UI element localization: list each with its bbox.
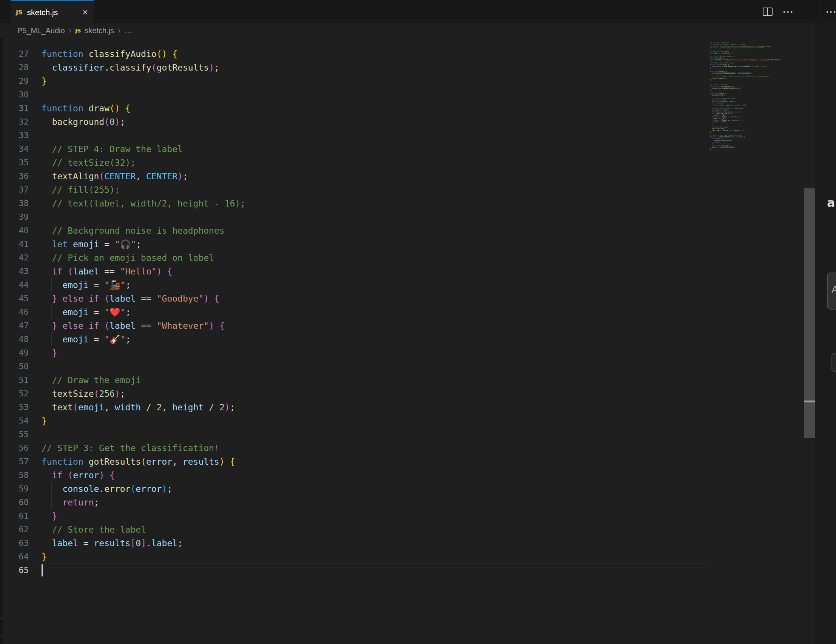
line-number: 41 (0, 238, 29, 251)
code-line[interactable]: 30 (0, 88, 816, 101)
code-text: } (42, 550, 47, 564)
line-number: 29 (0, 74, 29, 88)
code-line[interactable]: 54} (0, 414, 816, 428)
indent-guide (41, 251, 41, 265)
code-line[interactable]: 56// STEP 3: Get the classification! (0, 441, 816, 455)
code-text: if (error) { (42, 468, 115, 482)
line-number: 37 (0, 183, 29, 197)
split-editor-icon[interactable] (763, 8, 772, 16)
indent-guide (41, 129, 41, 142)
code-text: if (label == "Hello") { (42, 265, 172, 278)
code-line[interactable]: 59 console.error(error); (0, 482, 816, 496)
line-number: 51 (0, 373, 29, 387)
code-text: function gotResults(error, results) { (42, 455, 235, 468)
partial-key-card-2[interactable] (831, 353, 836, 372)
code-line[interactable]: 63 label = results[0].label; (0, 536, 816, 550)
code-line[interactable]: 62 // Store the label (0, 523, 816, 536)
code-line[interactable]: 55 (0, 428, 816, 441)
line-number: 43 (0, 265, 29, 278)
javascript-file-icon: JS (75, 28, 81, 34)
code-line[interactable]: 34 // STEP 4: Draw the label (0, 142, 816, 156)
line-number: 30 (0, 88, 29, 101)
minimap[interactable]: // Teachable Machine// The Coding Train … (710, 42, 804, 155)
code-text: console.error(error); (42, 482, 172, 496)
code-line[interactable]: 35 // textSize(32); (0, 156, 816, 170)
code-text: // text(label, width/2, height - 16); (42, 197, 245, 210)
current-line-highlight (36, 564, 709, 577)
code-line[interactable]: 37 // fill(255); (0, 183, 816, 197)
line-number: 28 (0, 61, 29, 74)
code-line[interactable]: 40 // Background noise is headphones (0, 224, 816, 238)
more-actions-icon[interactable]: ⋯ (782, 0, 794, 23)
code-line[interactable]: 39 (0, 210, 816, 224)
line-number: 44 (0, 278, 29, 292)
code-line[interactable]: 33 (0, 129, 816, 142)
line-number: 60 (0, 496, 29, 509)
code-line[interactable]: 60 return; (0, 496, 816, 509)
close-tab-icon[interactable]: ✕ (82, 8, 88, 17)
code-line[interactable]: 38 // text(label, width/2, height - 16); (0, 197, 816, 210)
chevron-right-icon: › (118, 26, 121, 36)
key-card-letter: A (831, 284, 836, 295)
code-line[interactable]: 46 emoji = "❤️"; (0, 305, 816, 319)
code-line[interactable]: 27function classifyAudio() { (0, 47, 816, 61)
partial-key-card[interactable]: A (827, 272, 836, 310)
indent-guide (41, 278, 41, 292)
line-number: 34 (0, 142, 29, 156)
breadcrumb-folder[interactable]: P5_ML_Audio (17, 26, 65, 35)
minimap-line (710, 150, 804, 152)
code-line[interactable]: 57function gotResults(error, results) { (0, 455, 816, 468)
code-line[interactable]: 41 let emoji = "🎧"; (0, 238, 816, 251)
indent-guide (41, 170, 41, 183)
javascript-file-icon: JS (16, 9, 22, 16)
code-line[interactable]: 53 text(emoji, width / 2, height / 2); (0, 401, 816, 414)
line-number: 31 (0, 101, 29, 115)
code-line[interactable]: 43 if (label == "Hello") { (0, 265, 816, 278)
code-line[interactable]: 50 (0, 360, 816, 373)
line-number: 33 (0, 129, 29, 142)
code-line[interactable]: 29} (0, 74, 816, 88)
code-line[interactable]: 28 classifier.classify(gotResults); (0, 61, 816, 74)
code-line[interactable]: 58 if (error) { (0, 468, 816, 482)
code-text: background(0); (42, 115, 126, 129)
indent-guide (41, 346, 41, 360)
indent-guide (41, 238, 41, 251)
indent-guide (41, 183, 41, 197)
line-number: 32 (0, 115, 29, 129)
code-line[interactable]: 49 } (0, 346, 816, 360)
code-text: // Draw the emoji (42, 373, 141, 387)
indent-guide (41, 373, 41, 387)
line-number: 49 (0, 346, 29, 360)
code-text: label = results[0].label; (42, 536, 183, 550)
indent-guide (41, 197, 41, 210)
breadcrumb-file[interactable]: sketch.js (85, 26, 114, 35)
code-text: // textSize(32); (42, 156, 136, 170)
code-editor[interactable]: 27function classifyAudio() {28 classifie… (0, 38, 816, 644)
code-line[interactable]: 64} (0, 550, 816, 564)
tab-sketch-js[interactable]: JS sketch.js ✕ (11, 0, 94, 23)
line-number: 63 (0, 536, 29, 550)
line-number: 50 (0, 360, 29, 373)
code-line[interactable]: 51 // Draw the emoji (0, 373, 816, 387)
code-line[interactable]: 65 (0, 564, 816, 577)
indent-guide (41, 360, 41, 373)
code-text: emoji = "🎸"; (42, 333, 131, 346)
tab-label: sketch.js (27, 8, 79, 17)
code-line[interactable]: 31function draw() { (0, 101, 816, 115)
code-text: classifier.classify(gotResults); (42, 61, 219, 74)
code-line[interactable]: 44 emoji = "🚂"; (0, 278, 816, 292)
code-text: } else if (label == "Goodbye") { (42, 292, 219, 305)
code-line[interactable]: 61 } (0, 509, 816, 523)
more-actions-icon[interactable]: ⋯ (825, 0, 836, 23)
code-line[interactable]: 36 textAlign(CENTER, CENTER); (0, 170, 816, 183)
code-line[interactable]: 52 textSize(256); (0, 387, 816, 401)
line-number: 42 (0, 251, 29, 265)
line-number: 35 (0, 156, 29, 170)
line-number: 55 (0, 428, 29, 441)
code-line[interactable]: 48 emoji = "🎸"; (0, 333, 816, 346)
code-line[interactable]: 45 } else if (label == "Goodbye") { (0, 292, 816, 305)
breadcrumb-symbol-tail[interactable]: … (124, 26, 132, 35)
code-line[interactable]: 42 // Pick an emoji based on label (0, 251, 816, 265)
code-line[interactable]: 32 background(0); (0, 115, 816, 129)
code-line[interactable]: 47 } else if (label == "Whatever") { (0, 319, 816, 333)
